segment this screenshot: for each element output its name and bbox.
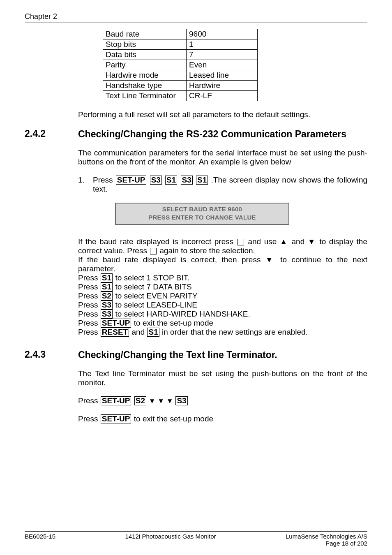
step-text-a: Press — [93, 176, 115, 184]
key-s1: S1 — [147, 328, 159, 337]
step-1: 1. Press SET-UP S3 S1 S3 S1 .The screen … — [78, 176, 367, 194]
key-s2: S2 — [101, 291, 113, 301]
key-s3: S3 — [101, 301, 113, 310]
page-footer: BE6025-15 1412i Photoacoustic Gas Monito… — [25, 531, 367, 547]
key-s1: S1 — [196, 176, 208, 185]
section-number: 2.4.3 — [25, 349, 78, 360]
key-reset: RESET — [101, 328, 129, 337]
section-2-4-3-heading: 2.4.3 Checking/Changing the Text line Te… — [25, 349, 367, 361]
lcd-line-1: SELECT BAUD RATE 9600 — [116, 205, 288, 213]
setting-value: Leased line — [187, 70, 258, 81]
key-setup: SET-UP — [116, 176, 147, 185]
setting-value: Hardwire — [187, 81, 258, 91]
chapter-header: Chapter 2 — [25, 12, 367, 21]
paragraph-reset-note: Performing a full reset will set all par… — [78, 110, 367, 119]
step-number: 1. — [78, 176, 93, 194]
table-row: Handshake typeHardwire — [103, 81, 258, 91]
press-reset: Press RESET and S1 in order that the new… — [78, 328, 367, 337]
setting-key: Data bits — [103, 50, 187, 60]
table-row: Stop bits1 — [103, 39, 258, 50]
setting-key: Stop bits — [103, 39, 187, 50]
press-sequence-243: Press SET-UP S2 ▼ ▼ ▼ S3 — [78, 396, 367, 405]
section-title: Checking/Changing the Text line Terminat… — [78, 349, 277, 361]
press-s1-stopbit: Press S1 to select 1 STOP BIT. — [78, 273, 367, 282]
key-s3: S3 — [150, 176, 162, 185]
table-row: Text Line TerminatorCR-LF — [103, 91, 258, 101]
enter-key-icon — [150, 248, 157, 254]
press-s2-parity: Press S2 to select EVEN PARITY — [78, 291, 367, 301]
key-s1: S1 — [101, 273, 113, 282]
footer-page-number: Page 18 of 202 — [325, 540, 367, 547]
lcd-display: SELECT BAUD RATE 9600 PRESS ENTER TO CHA… — [115, 203, 289, 225]
setting-key: Baud rate — [103, 29, 187, 39]
table-row: Hardwire modeLeased line — [103, 70, 258, 81]
baud-instructions: If the baud rate displayed is incorrect … — [78, 237, 367, 255]
settings-table: Baud rate9600 Stop bits1 Data bits7 Pari… — [103, 29, 258, 101]
key-s1: S1 — [101, 282, 113, 291]
press-s3-handshake: Press S3 to select HARD-WIRED HANDSHAKE. — [78, 310, 367, 319]
setting-key: Parity — [103, 60, 187, 70]
key-s3: S3 — [101, 310, 113, 319]
setting-value: 1 — [187, 39, 258, 50]
press-setup-exit: Press SET-UP to exit the set-up mode — [78, 319, 367, 328]
setting-value: 7 — [187, 50, 258, 60]
down-arrows: ▼ ▼ ▼ — [147, 397, 175, 405]
footer-left: BE6025-15 — [25, 533, 55, 547]
table-row: Data bits7 — [103, 50, 258, 60]
key-s1: S1 — [165, 176, 177, 185]
footer-rule — [25, 531, 367, 532]
setting-key: Hardwire mode — [103, 70, 187, 81]
section-2-4-2-heading: 2.4.2 Checking/Changing the RS-232 Commu… — [25, 128, 367, 140]
setting-value: Even — [187, 60, 258, 70]
press-s1-databits: Press S1 to select 7 DATA BITS — [78, 282, 367, 291]
setting-key: Text Line Terminator — [103, 91, 187, 101]
lcd-line-2: PRESS ENTER TO CHANGE VALUE — [116, 213, 288, 222]
setting-value: 9600 — [187, 29, 258, 39]
section-2-4-3-para1: The Text line Terminator must be set usi… — [78, 369, 367, 387]
press-setup-exit-243: Press SET-UP to exit the set-up mode — [78, 414, 367, 423]
footer-right-company: LumaSense Technologies A/S — [286, 533, 367, 540]
key-s3: S3 — [181, 176, 193, 185]
enter-key-icon — [238, 239, 244, 245]
table-row: ParityEven — [103, 60, 258, 70]
section-title: Checking/Changing the RS-232 Communicati… — [78, 128, 346, 140]
table-row: Baud rate9600 — [103, 29, 258, 39]
setting-value: CR-LF — [187, 91, 258, 101]
press-s3-leased: Press S3 to select LEASED-LINE — [78, 301, 367, 310]
key-s2: S2 — [134, 396, 146, 405]
key-s3: S3 — [175, 396, 187, 405]
setting-key: Handshake type — [103, 81, 187, 91]
key-setup: SET-UP — [101, 319, 131, 328]
key-setup: SET-UP — [101, 396, 131, 405]
section-number: 2.4.2 — [25, 128, 78, 139]
header-rule — [25, 23, 367, 23]
key-setup: SET-UP — [101, 414, 131, 423]
section-2-4-2-para1: The communication parameters for the ser… — [78, 148, 367, 166]
baud-instructions-2: If the baud rate displayed is correct, t… — [78, 255, 367, 273]
footer-center: 1412i Photoacoustic Gas Monitor — [125, 533, 216, 547]
